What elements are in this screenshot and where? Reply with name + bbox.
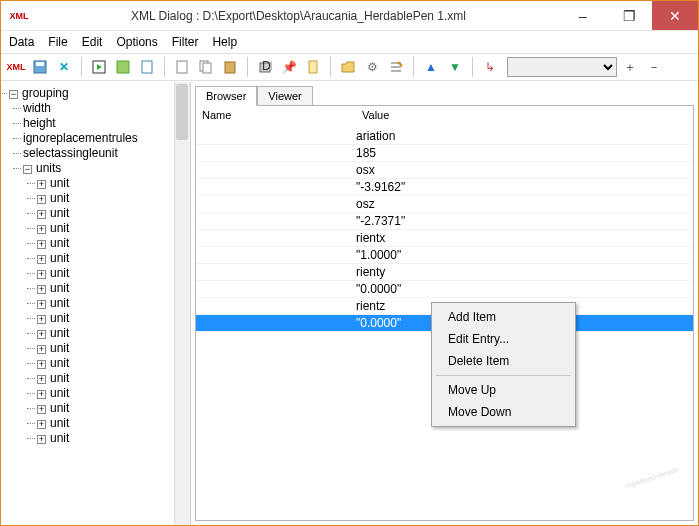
new-icon[interactable] [171,56,193,78]
tree-node-unit[interactable]: +unit [37,191,190,206]
menu-file[interactable]: File [48,35,67,49]
tree-node-unit[interactable]: +unit [37,236,190,251]
tree-node-unit[interactable]: +unit [37,281,190,296]
tree-node-unit[interactable]: +unit [37,176,190,191]
expand-icon[interactable]: + [37,255,46,264]
menu-edit-entry[interactable]: Edit Entry... [434,328,573,350]
tree-node-unit[interactable]: +unit [37,266,190,281]
table-row[interactable]: ariation [196,128,693,145]
expand-icon[interactable]: + [37,330,46,339]
table-row[interactable]: "-3.9162" [196,179,693,196]
remove-icon[interactable]: － [643,56,665,78]
scrollbar-thumb[interactable] [176,84,188,140]
expand-icon[interactable]: + [37,345,46,354]
table-row[interactable]: "0.0000" [196,281,693,298]
add-icon[interactable]: ＋ [619,56,641,78]
titlebar[interactable]: XML XML Dialog : D:\Export\Desktop\Arauc… [1,1,698,31]
goto-icon[interactable]: ↳ [479,56,501,78]
menu-delete-item[interactable]: Delete Item [434,350,573,372]
tree-node-unit[interactable]: +unit [37,371,190,386]
pin-icon[interactable]: 📌 [278,56,300,78]
tree-root[interactable]: −grouping width height ignoreplacementru… [9,86,190,446]
expand-icon[interactable]: + [37,195,46,204]
menu-move-down[interactable]: Move Down [434,401,573,423]
minimize-button[interactable]: – [560,1,606,30]
search-combo[interactable] [507,57,617,77]
menu-options[interactable]: Options [116,35,157,49]
table-row[interactable]: osz [196,196,693,213]
collapse-icon[interactable]: − [23,165,32,174]
clipboard-icon[interactable] [302,56,324,78]
tree-node[interactable]: height [23,116,190,131]
menu-edit[interactable]: Edit [82,35,103,49]
tree-node-unit[interactable]: +unit [37,341,190,356]
run-icon[interactable] [88,56,110,78]
edit-list-icon[interactable] [385,56,407,78]
paste-icon[interactable] [219,56,241,78]
expand-icon[interactable]: + [37,420,46,429]
column-header-name[interactable]: Name [196,106,356,128]
tree-node-unit[interactable]: +unit [37,206,190,221]
table-row[interactable]: 185 [196,145,693,162]
tree-node-units[interactable]: −units +unit+unit+unit+unit+unit+unit+un… [23,161,190,446]
page-icon[interactable] [136,56,158,78]
menu-move-up[interactable]: Move Up [434,379,573,401]
tree-pane: −grouping width height ignoreplacementru… [1,82,191,525]
expand-icon[interactable]: + [37,315,46,324]
tab-browser[interactable]: Browser [195,86,257,106]
app-xml-icon: XML [1,11,37,21]
expand-icon[interactable]: + [37,270,46,279]
column-header-value[interactable]: Value [356,106,693,128]
menu-data[interactable]: Data [9,35,34,49]
gear-icon[interactable]: ⚙ [361,56,383,78]
menu-add-item[interactable]: Add Item [434,306,573,328]
tree-node-unit[interactable]: +unit [37,356,190,371]
xml-icon[interactable]: XML [5,56,27,78]
table-row[interactable]: rienty [196,264,693,281]
tree-node-unit[interactable]: +unit [37,251,190,266]
refresh-icon[interactable] [112,56,134,78]
close-button[interactable]: ✕ [652,1,698,30]
maximize-button[interactable]: ❐ [606,1,652,30]
tree-node-unit[interactable]: +unit [37,431,190,446]
table-row[interactable]: "-2.7371" [196,213,693,230]
menu-filter[interactable]: Filter [172,35,199,49]
collapse-icon[interactable]: − [9,90,18,99]
arrow-up-icon[interactable]: ▲ [420,56,442,78]
expand-icon[interactable]: + [37,240,46,249]
table-row[interactable]: rientx [196,230,693,247]
tree-node-unit[interactable]: +unit [37,221,190,236]
tree-node-unit[interactable]: +unit [37,386,190,401]
tree-node-unit[interactable]: +unit [37,296,190,311]
tree-scrollbar[interactable] [174,82,190,525]
table-row[interactable]: "1.0000" [196,247,693,264]
tree-node[interactable]: selectassingleunit [23,146,190,161]
expand-icon[interactable]: + [37,300,46,309]
expand-icon[interactable]: + [37,435,46,444]
tree-node-unit[interactable]: +unit [37,326,190,341]
tree-node[interactable]: ignoreplacementrules [23,131,190,146]
expand-icon[interactable]: + [37,360,46,369]
tree-node[interactable]: width [23,101,190,116]
expand-icon[interactable]: + [37,225,46,234]
tree-node-unit[interactable]: +unit [37,401,190,416]
expand-icon[interactable]: + [37,180,46,189]
tree-node-unit[interactable]: +unit [37,311,190,326]
tab-viewer[interactable]: Viewer [257,86,312,106]
expand-icon[interactable]: + [37,375,46,384]
copy-icon[interactable] [195,56,217,78]
table-row[interactable]: osx [196,162,693,179]
expand-icon[interactable]: + [37,405,46,414]
arrow-down-icon[interactable]: ▼ [444,56,466,78]
delete-icon[interactable]: ✕ [53,56,75,78]
db-icon[interactable]: DB [254,56,276,78]
expand-icon[interactable]: + [37,285,46,294]
tree-node-unit[interactable]: +unit [37,416,190,431]
tree[interactable]: −grouping width height ignoreplacementru… [5,86,190,446]
expand-icon[interactable]: + [37,390,46,399]
expand-icon[interactable]: + [37,210,46,219]
tab-bar: Browser Viewer [195,86,694,106]
save-icon[interactable] [29,56,51,78]
folder-open-icon[interactable] [337,56,359,78]
menu-help[interactable]: Help [212,35,237,49]
